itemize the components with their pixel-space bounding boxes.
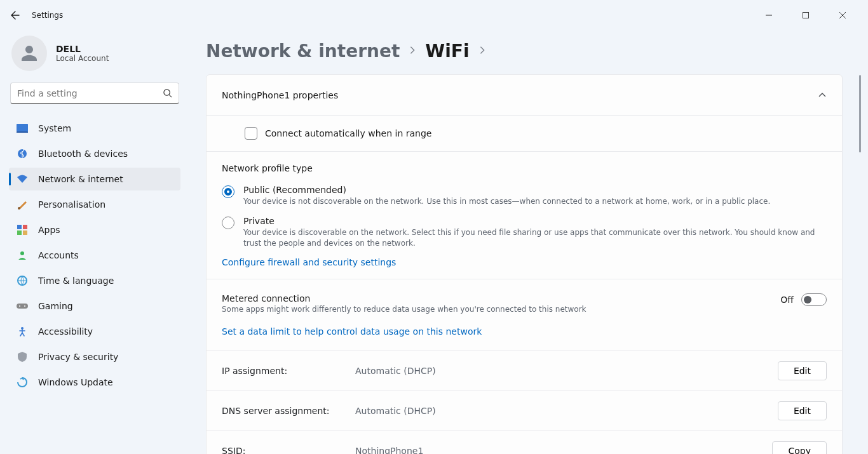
- ssid-copy-button[interactable]: Copy: [772, 441, 827, 454]
- accessibility-icon: [17, 326, 28, 337]
- svg-point-13: [19, 305, 20, 307]
- ip-label: IP assignment:: [222, 366, 355, 376]
- scrollbar-thumb[interactable]: [859, 75, 861, 152]
- dns-label: DNS server assignment:: [222, 406, 355, 416]
- avatar: [11, 36, 47, 71]
- autoconnect-section: Connect automatically when in range: [207, 116, 842, 152]
- nav-label: System: [38, 123, 71, 133]
- search-input[interactable]: [17, 88, 163, 98]
- radio-private[interactable]: [222, 217, 234, 229]
- nav-update[interactable]: Windows Update: [9, 371, 180, 394]
- app-title: Settings: [32, 11, 63, 20]
- properties-panel: NothingPhone1 properties Connect automat…: [206, 74, 843, 454]
- chevron-right-icon: [409, 45, 416, 57]
- minimize-button[interactable]: [755, 6, 783, 25]
- nav-network[interactable]: Network & internet: [9, 168, 180, 190]
- nav-label: Apps: [38, 225, 60, 235]
- nav-label: Accounts: [38, 250, 79, 260]
- nav-label: Privacy & security: [38, 352, 118, 362]
- nav-apps[interactable]: Apps: [9, 218, 180, 241]
- ssid-label: SSID:: [222, 446, 355, 454]
- nav-system[interactable]: System: [9, 117, 180, 140]
- ip-edit-button[interactable]: Edit: [778, 361, 827, 380]
- ssid-row: SSID: NothingPhone1 Copy: [207, 431, 842, 454]
- svg-rect-7: [23, 225, 27, 229]
- nav-gaming[interactable]: Gaming: [9, 295, 180, 317]
- metered-toggle[interactable]: [801, 293, 827, 306]
- svg-rect-2: [17, 124, 28, 131]
- user-profile[interactable]: DELL Local Account: [9, 36, 180, 81]
- nav-label: Personalisation: [38, 199, 105, 210]
- maximize-icon: [802, 11, 810, 19]
- svg-rect-12: [17, 304, 28, 309]
- search-icon: [163, 88, 172, 98]
- bluetooth-icon: [17, 148, 28, 159]
- nav-label: Time & language: [38, 276, 114, 286]
- nav-label: Windows Update: [38, 377, 113, 387]
- panel-header[interactable]: NothingPhone1 properties: [207, 75, 842, 116]
- account-icon: [17, 250, 28, 261]
- firewall-link[interactable]: Configure firewall and security settings: [222, 257, 827, 267]
- breadcrumb-leaf[interactable]: WiFi: [425, 41, 469, 62]
- datalimit-link[interactable]: Set a data limit to help control data us…: [222, 326, 827, 337]
- breadcrumb-root[interactable]: Network & internet: [206, 41, 400, 62]
- nav-label: Bluetooth & devices: [38, 149, 128, 159]
- svg-rect-8: [17, 230, 22, 235]
- gamepad-icon: [17, 300, 28, 312]
- wifi-icon: [17, 173, 28, 185]
- nav-privacy[interactable]: Privacy & security: [9, 345, 180, 368]
- nav-label: Gaming: [38, 301, 73, 311]
- svg-point-14: [24, 305, 25, 307]
- metered-desc: Some apps might work differently to redu…: [222, 305, 780, 314]
- nav-bluetooth[interactable]: Bluetooth & devices: [9, 142, 180, 165]
- shield-icon: [17, 351, 28, 363]
- panel-title: NothingPhone1 properties: [222, 90, 338, 100]
- person-icon: [19, 43, 39, 63]
- sidebar: DELL Local Account System Bluetooth & de…: [0, 30, 191, 454]
- chevron-right-icon: [478, 45, 486, 57]
- dns-edit-button[interactable]: Edit: [778, 401, 827, 420]
- metered-section: Metered connection Some apps might work …: [207, 279, 842, 351]
- user-sub: Local Account: [56, 54, 109, 63]
- window-controls: [755, 6, 863, 25]
- svg-rect-9: [23, 230, 27, 235]
- svg-point-5: [18, 207, 20, 210]
- maximize-button[interactable]: [792, 6, 820, 25]
- nav: System Bluetooth & devices Network & int…: [9, 117, 180, 394]
- profile-section: Network profile type Public (Recommended…: [207, 152, 842, 279]
- titlebar: Settings: [0, 0, 868, 30]
- back-button[interactable]: [5, 5, 25, 25]
- apps-icon: [17, 224, 28, 236]
- display-icon: [17, 123, 28, 134]
- nav-personalisation[interactable]: Personalisation: [9, 193, 180, 216]
- radio-private-row[interactable]: Private Your device is discoverable on t…: [222, 216, 827, 249]
- search-box[interactable]: [10, 83, 179, 104]
- update-icon: [17, 377, 28, 388]
- metered-title: Metered connection: [222, 293, 780, 304]
- arrow-left-icon: [10, 10, 20, 20]
- chevron-up-icon: [818, 90, 827, 100]
- nav-label: Accessibility: [38, 326, 93, 337]
- svg-rect-3: [17, 131, 28, 133]
- close-icon: [839, 11, 846, 19]
- radio-private-title: Private: [243, 216, 827, 226]
- nav-time[interactable]: Time & language: [9, 269, 180, 292]
- metered-state: Off: [780, 295, 794, 305]
- radio-public-row[interactable]: Public (Recommended) Your device is not …: [222, 185, 827, 207]
- ssid-value: NothingPhone1: [355, 446, 772, 454]
- content: Network & internet WiFi NothingPhone1 pr…: [191, 30, 868, 454]
- nav-accessibility[interactable]: Accessibility: [9, 320, 180, 343]
- autoconnect-checkbox[interactable]: [245, 127, 257, 140]
- radio-public[interactable]: [222, 185, 234, 198]
- minimize-icon: [765, 11, 773, 19]
- profile-header: Network profile type: [222, 163, 827, 173]
- svg-rect-0: [803, 13, 809, 18]
- brush-icon: [17, 199, 28, 210]
- ip-value: Automatic (DHCP): [355, 366, 778, 376]
- svg-rect-6: [17, 225, 22, 229]
- dns-row: DNS server assignment: Automatic (DHCP) …: [207, 391, 842, 431]
- autoconnect-label: Connect automatically when in range: [265, 128, 431, 138]
- nav-accounts[interactable]: Accounts: [9, 244, 180, 267]
- user-name: DELL: [56, 44, 109, 54]
- close-button[interactable]: [829, 6, 857, 25]
